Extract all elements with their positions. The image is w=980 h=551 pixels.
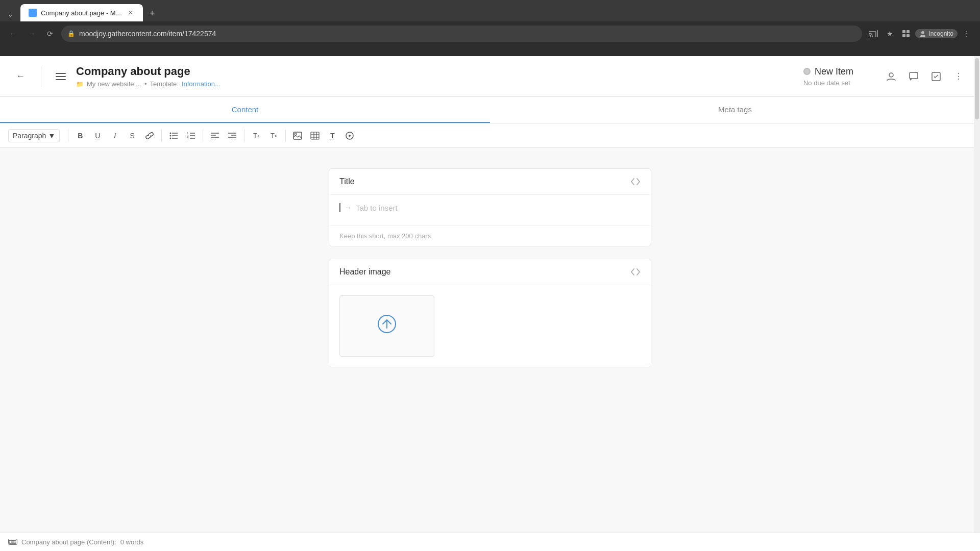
svg-rect-1 bbox=[902, 30, 905, 33]
tab-favicon bbox=[29, 9, 37, 17]
bookmark-star-icon[interactable]: ★ bbox=[883, 27, 897, 41]
upload-icon bbox=[378, 315, 396, 337]
svg-point-6 bbox=[920, 35, 925, 37]
header-image-code-toggle[interactable] bbox=[630, 268, 641, 276]
subscript-button[interactable]: Tx bbox=[249, 128, 264, 143]
menu-icon[interactable]: ⋮ bbox=[960, 27, 974, 41]
scrollbar-thumb[interactable] bbox=[975, 58, 979, 119]
dropdown-chevron-icon: ▼ bbox=[48, 132, 55, 140]
header-image-field-label: Header image bbox=[339, 267, 391, 277]
header-divider bbox=[41, 66, 41, 87]
bold-button[interactable]: B bbox=[72, 128, 88, 143]
comment-icon[interactable] bbox=[904, 67, 923, 86]
extensions-icon[interactable] bbox=[899, 27, 913, 41]
title-placeholder: → Tab to insert bbox=[339, 203, 641, 212]
svg-rect-45 bbox=[9, 541, 10, 542]
svg-rect-43 bbox=[13, 540, 15, 541]
toolbar-separator-3 bbox=[203, 130, 203, 142]
paragraph-dropdown[interactable]: Paragraph ▼ bbox=[8, 129, 60, 142]
template-link[interactable]: Information... bbox=[182, 80, 220, 88]
svg-rect-3 bbox=[902, 34, 905, 37]
ordered-list-button[interactable]: 1. 2. 3. bbox=[183, 128, 199, 143]
hamburger-line bbox=[56, 76, 66, 77]
due-date: No due date set bbox=[803, 79, 850, 87]
toolbar-separator-4 bbox=[244, 130, 244, 142]
browser-toolbar: ← → ⟳ 🔒 moodjoy.gathercontent.com/item/1… bbox=[0, 21, 980, 46]
toolbar-separator-2 bbox=[161, 130, 162, 142]
text-style-button[interactable]: T bbox=[325, 128, 340, 143]
image-upload-box[interactable] bbox=[339, 295, 434, 357]
checklist-icon[interactable] bbox=[927, 67, 945, 86]
tab-close-button[interactable]: ✕ bbox=[127, 9, 135, 17]
svg-rect-47 bbox=[15, 541, 16, 542]
title-input-area[interactable]: → Tab to insert bbox=[329, 195, 651, 226]
reload-button[interactable]: ⟳ bbox=[43, 27, 57, 41]
browser-tabs: ⌄ Company about page - My ne... ✕ + bbox=[0, 0, 980, 21]
svg-rect-48 bbox=[9, 543, 16, 544]
meta-separator: • bbox=[144, 80, 147, 88]
svg-rect-44 bbox=[15, 540, 16, 541]
tab-list-button[interactable]: ⌄ bbox=[4, 8, 16, 20]
title-placeholder-text: Tab to insert bbox=[356, 204, 398, 212]
user-icon[interactable] bbox=[882, 67, 900, 86]
url-text: moodjoy.gathercontent.com/item/17422574 bbox=[79, 30, 856, 38]
content-area: Title → Tab to insert Keep t bbox=[316, 168, 664, 367]
superscript-button[interactable]: Tx bbox=[266, 128, 281, 143]
svg-rect-8 bbox=[910, 72, 918, 79]
more-options-icon[interactable]: ⋮ bbox=[949, 67, 968, 86]
tabs-bar: Content Meta tags bbox=[0, 97, 980, 123]
link-button[interactable] bbox=[142, 128, 157, 143]
toolbar-separator-5 bbox=[285, 130, 286, 142]
clear-format-button[interactable] bbox=[342, 128, 357, 143]
page-title-section: Company about page 📁 My new website ... … bbox=[76, 65, 775, 88]
italic-button[interactable]: I bbox=[107, 128, 122, 143]
address-bar[interactable]: 🔒 moodjoy.gathercontent.com/item/1742257… bbox=[61, 26, 862, 42]
status-indicator[interactable]: New Item bbox=[803, 66, 853, 77]
status-text: Company about page (Content): bbox=[21, 538, 116, 546]
new-tab-button[interactable]: + bbox=[145, 6, 159, 20]
align-left-button[interactable] bbox=[207, 128, 223, 143]
svg-text:3.: 3. bbox=[187, 137, 189, 139]
svg-rect-42 bbox=[11, 540, 13, 541]
hamburger-line bbox=[56, 79, 66, 80]
tab-controls: ⌄ bbox=[4, 8, 16, 20]
status-dot bbox=[803, 68, 811, 75]
back-navigation-button[interactable]: ← bbox=[12, 68, 29, 85]
status-section: New Item No due date set bbox=[783, 66, 874, 87]
svg-rect-32 bbox=[311, 132, 319, 139]
page-meta: 📁 My new website ... • Template: Informa… bbox=[76, 80, 775, 88]
image-insert-button[interactable] bbox=[290, 128, 305, 143]
tab-content[interactable]: Content bbox=[0, 97, 490, 123]
title-field-label: Title bbox=[339, 177, 355, 186]
editor-main: Title → Tab to insert Keep t bbox=[0, 148, 980, 533]
tab-meta-tags[interactable]: Meta tags bbox=[490, 97, 980, 123]
editor-toolbar: Paragraph ▼ B U I S 1. bbox=[0, 123, 980, 148]
svg-rect-46 bbox=[11, 541, 15, 542]
back-button[interactable]: ← bbox=[6, 27, 20, 41]
svg-point-11 bbox=[170, 135, 172, 136]
scrollbar-track[interactable] bbox=[974, 56, 980, 533]
svg-rect-4 bbox=[906, 34, 910, 37]
status-bar: Company about page (Content): 0 words bbox=[0, 533, 980, 551]
title-field-header: Title bbox=[329, 169, 651, 195]
toolbar-separator bbox=[68, 130, 68, 142]
menu-toggle-button[interactable] bbox=[54, 71, 68, 82]
text-cursor bbox=[339, 203, 340, 212]
title-hint: Keep this short, max 200 chars bbox=[329, 226, 651, 246]
forward-button[interactable]: → bbox=[24, 27, 39, 41]
title-code-toggle[interactable] bbox=[630, 178, 641, 186]
active-tab[interactable]: Company about page - My ne... ✕ bbox=[20, 4, 143, 21]
svg-point-5 bbox=[921, 31, 924, 34]
browser-toolbar-actions: ★ Incognito ⋮ bbox=[866, 27, 974, 41]
hamburger-line bbox=[56, 73, 66, 74]
align-right-button[interactable] bbox=[225, 128, 240, 143]
strikethrough-button[interactable]: S bbox=[125, 128, 140, 143]
folder-name: My new website ... bbox=[87, 80, 141, 88]
underline-button[interactable]: U bbox=[90, 128, 105, 143]
header-actions: ⋮ bbox=[882, 67, 968, 86]
cast-icon[interactable] bbox=[866, 27, 880, 41]
word-count: 0 words bbox=[120, 538, 144, 546]
bullet-list-button[interactable] bbox=[166, 128, 181, 143]
lock-icon: 🔒 bbox=[67, 30, 75, 37]
table-insert-button[interactable] bbox=[307, 128, 323, 143]
